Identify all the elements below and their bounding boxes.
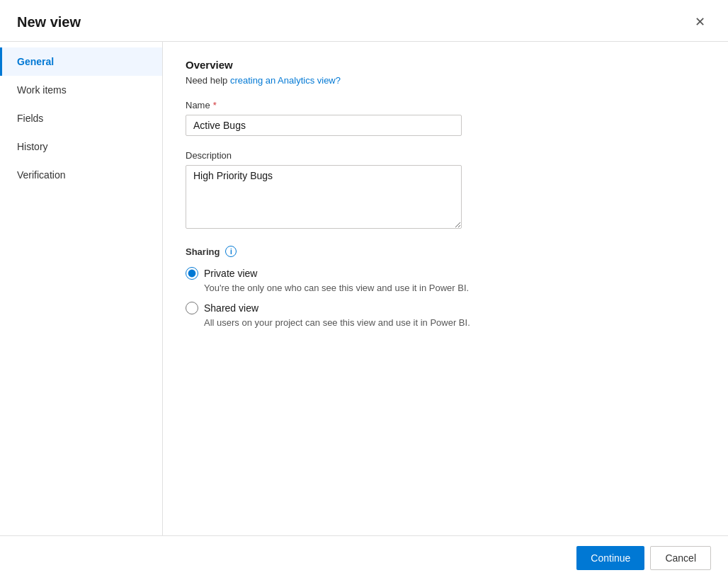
shared-view-option: Shared view All users on your project ca…: [186, 302, 705, 328]
sidebar-item-work-items[interactable]: Work items: [0, 76, 162, 104]
dialog-title: New view: [17, 14, 81, 30]
sidebar-item-general[interactable]: General: [0, 47, 162, 76]
private-view-radio[interactable]: [186, 267, 198, 280]
description-label: Description: [186, 150, 705, 161]
cancel-button[interactable]: Cancel: [650, 546, 711, 570]
sidebar-item-fields[interactable]: Fields: [0, 104, 162, 132]
sidebar-item-history[interactable]: History: [0, 132, 162, 161]
name-field-group: Name *: [186, 100, 705, 136]
continue-button[interactable]: Continue: [576, 546, 644, 570]
shared-view-label: Shared view: [204, 302, 258, 314]
dialog-body: General Work items Fields History Verifi…: [0, 42, 728, 535]
section-title: Overview: [186, 59, 705, 71]
sharing-label: Sharing: [186, 246, 220, 257]
required-indicator: *: [213, 100, 217, 110]
private-view-description: You're the only one who can see this vie…: [204, 283, 705, 293]
close-button[interactable]: ✕: [689, 13, 711, 31]
dialog-footer: Continue Cancel: [0, 535, 728, 580]
private-view-label-row[interactable]: Private view: [186, 267, 705, 280]
private-view-label: Private view: [204, 268, 257, 279]
shared-view-label-row[interactable]: Shared view: [186, 302, 705, 314]
description-input[interactable]: High Priority Bugs: [186, 165, 462, 229]
help-link[interactable]: creating an Analytics view?: [230, 75, 341, 86]
new-view-dialog: New view ✕ General Work items Fields His…: [0, 0, 728, 580]
sharing-label-row: Sharing i: [186, 246, 705, 257]
description-field-group: Description High Priority Bugs: [186, 150, 705, 232]
name-input[interactable]: [186, 115, 462, 136]
name-label: Name *: [186, 100, 705, 110]
sidebar: General Work items Fields History Verifi…: [0, 42, 163, 535]
shared-view-radio[interactable]: [186, 302, 198, 314]
help-text: Need help creating an Analytics view?: [186, 75, 705, 86]
info-icon: i: [225, 246, 237, 257]
sharing-section: Sharing i Private view You're the only o…: [186, 246, 705, 328]
shared-view-description: All users on your project can see this v…: [204, 317, 705, 328]
dialog-header: New view ✕: [0, 0, 728, 42]
private-view-option: Private view You're the only one who can…: [186, 267, 705, 293]
sidebar-item-verification[interactable]: Verification: [0, 161, 162, 189]
main-content: Overview Need help creating an Analytics…: [163, 42, 728, 535]
